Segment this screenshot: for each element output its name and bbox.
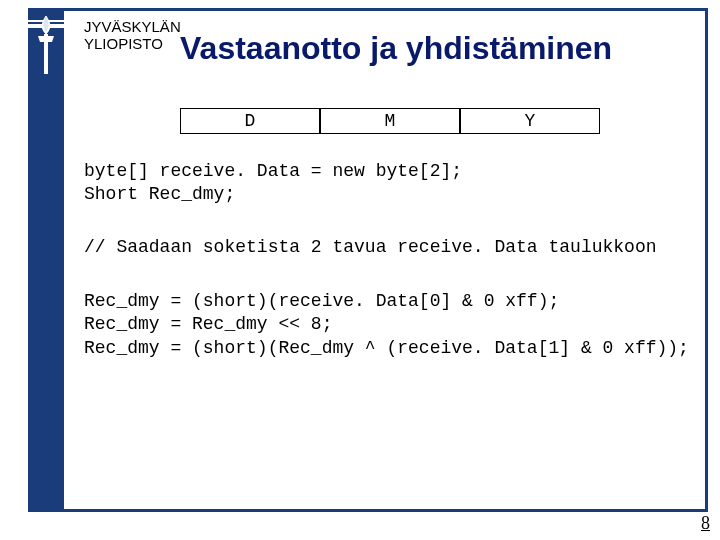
slide-title: Vastaanotto ja yhdistäminen (180, 30, 700, 67)
institution-name: JYVÄSKYLÄN YLIOPISTO (84, 18, 181, 53)
institution-line2: YLIOPISTO (84, 35, 181, 52)
byte-table: D M Y (180, 108, 600, 134)
slide-border (28, 8, 708, 512)
institution-line1: JYVÄSKYLÄN (84, 18, 181, 35)
code-block-1: byte[] receive. Data = new byte[2]; Shor… (84, 160, 700, 207)
code-block-2: // Saadaan soketista 2 tavua receive. Da… (84, 236, 700, 259)
table-cell-y: Y (460, 108, 600, 134)
torch-icon (32, 14, 60, 78)
code-block-3: Rec_dmy = (short)(receive. Data[0] & 0 x… (84, 290, 700, 360)
table-cell-d: D (180, 108, 320, 134)
table-row: D M Y (180, 108, 600, 134)
page-number: 8 (701, 513, 710, 534)
logo-strip (28, 8, 64, 512)
table-cell-m: M (320, 108, 460, 134)
